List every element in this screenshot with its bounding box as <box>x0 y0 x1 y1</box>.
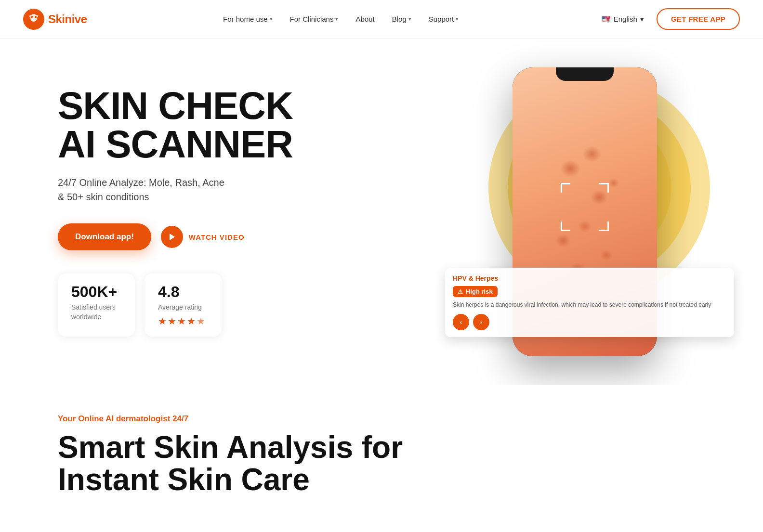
language-selector[interactable]: 🇺🇸 English ▾ <box>595 11 651 27</box>
navbar: Skinive For home use ▾ For Clinicians ▾ … <box>0 0 763 39</box>
diagnosis-description: Skin herpes is a dangerous viral infecti… <box>453 301 726 309</box>
risk-label: High risk <box>466 288 493 295</box>
stat-card-users: 500K+ Satisfied usersworldwide <box>58 273 135 337</box>
hero-title: SKIN CHECK AI SCANNER <box>58 87 293 164</box>
watch-video-button[interactable]: WATCH VIDEO <box>161 226 245 248</box>
corner-bl <box>561 221 570 231</box>
corner-tr <box>599 183 609 193</box>
phone-notch <box>556 67 614 81</box>
section2-title: Smart Skin Analysis for Instant Skin Car… <box>58 431 705 496</box>
chevron-icon: ▾ <box>270 16 273 22</box>
get-free-app-button[interactable]: GET FREE APP <box>657 8 740 30</box>
nav-item-for-home-use[interactable]: For home use ▾ <box>216 11 279 27</box>
nav-item-blog[interactable]: Blog ▾ <box>385 11 418 27</box>
corner-br <box>599 221 609 231</box>
corner-tl <box>561 183 570 193</box>
warning-icon: ⚠ <box>458 288 463 295</box>
chevron-icon: ▾ <box>408 16 411 22</box>
next-button[interactable]: › <box>473 314 489 330</box>
chevron-down-icon: ▾ <box>640 15 644 24</box>
nav-item-support[interactable]: Support ▾ <box>422 11 466 27</box>
stat-number-rating: 4.8 <box>158 283 208 301</box>
diagnosis-risk-badge: ⚠ High risk <box>453 286 498 297</box>
stat-card-rating: 4.8 Average rating ★★★★★ <box>145 273 222 337</box>
stats-row: 500K+ Satisfied usersworldwide 4.8 Avera… <box>58 273 293 337</box>
play-icon <box>161 226 183 248</box>
star-rating: ★★★★★ <box>158 315 208 327</box>
stat-label-users: Satisfied usersworldwide <box>71 303 121 322</box>
hero-phone-mockup-area: HPV & Herpes ⚠ High risk Skin herpes is … <box>474 67 724 366</box>
stat-number-users: 500K+ <box>71 283 121 301</box>
hero-actions: Download app! WATCH VIDEO <box>58 223 293 250</box>
hero-subtitle: 24/7 Online Analyze: Mole, Rash, Acne& 5… <box>58 175 293 204</box>
nav-links: For home use ▾ For Clinicians ▾ About Bl… <box>216 11 465 27</box>
section2: Your Online AI dermatologist 24/7 Smart … <box>0 385 763 515</box>
nav-item-about[interactable]: About <box>349 11 381 27</box>
diagnosis-card: HPV & Herpes ⚠ High risk Skin herpes is … <box>445 268 734 337</box>
chevron-icon: ▾ <box>335 16 338 22</box>
logo-link[interactable]: Skinive <box>23 9 87 30</box>
hero-content-left: SKIN CHECK AI SCANNER 24/7 Online Analyz… <box>58 67 293 337</box>
brand-name: Skinive <box>48 13 87 26</box>
section2-label: Your Online AI dermatologist 24/7 <box>58 414 705 424</box>
download-app-button[interactable]: Download app! <box>58 223 151 250</box>
flag-icon: 🇺🇸 <box>602 15 611 24</box>
stat-label-rating: Average rating <box>158 303 208 312</box>
chevron-icon: ▾ <box>456 16 459 22</box>
nav-item-for-clinicians[interactable]: For Clinicians ▾ <box>283 11 345 27</box>
nav-right: 🇺🇸 English ▾ GET FREE APP <box>595 8 740 30</box>
card-navigation: ‹ › <box>453 314 726 330</box>
hero-section: SKIN CHECK AI SCANNER 24/7 Online Analyz… <box>0 39 763 385</box>
prev-button[interactable]: ‹ <box>453 314 469 330</box>
scanner-overlay <box>561 183 609 231</box>
logo-icon <box>23 9 44 30</box>
diagnosis-title: HPV & Herpes <box>453 274 726 282</box>
